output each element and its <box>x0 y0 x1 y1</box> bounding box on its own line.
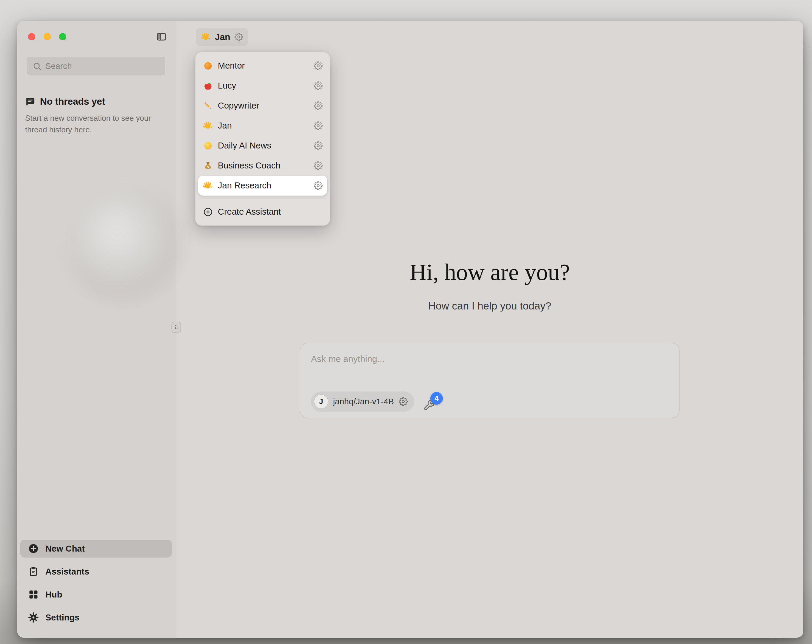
search-input[interactable]: Search <box>27 57 165 75</box>
gear-icon[interactable] <box>314 181 323 190</box>
plus-circle-outline-icon <box>203 207 213 217</box>
gear-icon[interactable] <box>314 121 323 130</box>
assistant-menu-item-jan-research[interactable]: Jan Research <box>198 176 327 196</box>
assistant-menu-item-mentor[interactable]: Mentor <box>198 56 327 76</box>
empty-state-title: No threads yet <box>40 96 105 107</box>
tools-count-badge: 4 <box>430 392 443 405</box>
assistant-settings-gear-icon[interactable] <box>235 33 243 41</box>
app-window: Search No threads yet Start a new conver… <box>17 21 803 638</box>
chat-input-placeholder: Ask me anything... <box>311 354 385 364</box>
nav-label: Assistants <box>45 567 89 577</box>
nav-label: Settings <box>45 613 79 623</box>
assistants-icon <box>28 566 39 577</box>
chat-input[interactable]: Ask me anything... J janhq/Jan-v1-4B 4 <box>300 343 679 418</box>
wave-emoji-icon <box>203 121 213 131</box>
background-glow <box>68 188 185 304</box>
menu-item-label: Jan Research <box>218 181 314 190</box>
nav-label: Hub <box>45 590 62 600</box>
model-selector-button[interactable]: J janhq/Jan-v1-4B <box>311 391 414 412</box>
gear-icon[interactable] <box>314 161 323 170</box>
greeting-title: Hi, how are you? <box>176 259 803 285</box>
create-assistant-label: Create Assistant <box>218 207 281 217</box>
sidebar-resize-handle[interactable] <box>172 322 181 332</box>
assistant-selector-button[interactable]: Jan <box>196 28 248 46</box>
drag-dots-icon <box>173 324 179 330</box>
menu-item-label: Business Coach <box>218 161 314 171</box>
model-settings-gear-icon[interactable] <box>399 397 408 406</box>
empty-threads-state: No threads yet Start a new conversation … <box>25 96 159 135</box>
search-icon <box>32 62 41 71</box>
gear-icon[interactable] <box>314 61 323 70</box>
assistant-menu-item-daily-ai-news[interactable]: Daily AI News <box>198 135 327 155</box>
nav-label: New Chat <box>45 544 85 554</box>
sidebar-toggle-button[interactable] <box>156 31 167 42</box>
desktop-background: Search No threads yet Start a new conver… <box>0 0 812 644</box>
assistant-menu: Mentor Lucy Copywriter Jan <box>195 52 330 226</box>
wave-emoji-icon <box>203 181 213 190</box>
yellow-circle-emoji-icon <box>203 141 213 151</box>
assistant-menu-item-jan[interactable]: Jan <box>198 116 327 135</box>
pencil-emoji-icon <box>203 101 213 111</box>
settings-gear-icon <box>28 612 39 623</box>
search-placeholder: Search <box>45 61 72 71</box>
model-name: janhq/Jan-v1-4B <box>333 397 394 406</box>
sidebar-nav: New Chat Assistants Hub Settings <box>20 534 172 626</box>
menu-item-label: Copywriter <box>218 101 314 111</box>
sidebar: Search No threads yet Start a new conver… <box>17 21 176 638</box>
moneybag-emoji-icon <box>203 161 213 171</box>
sidebar-panel-icon <box>156 31 167 42</box>
sidebar-item-hub[interactable]: Hub <box>20 586 172 603</box>
main-area: Jan Mentor Lucy Copywriter <box>176 21 803 638</box>
apple-emoji-icon <box>203 81 213 91</box>
gear-icon[interactable] <box>314 81 323 90</box>
welcome-section: Hi, how are you? How can I help you toda… <box>176 259 803 418</box>
minimize-window-button[interactable] <box>44 33 51 40</box>
menu-item-label: Lucy <box>218 81 314 91</box>
composer-toolbar: J janhq/Jan-v1-4B 4 <box>311 391 439 412</box>
chat-bubble-icon <box>25 97 35 107</box>
hub-icon <box>28 589 39 600</box>
orange-emoji-icon <box>203 61 213 71</box>
close-window-button[interactable] <box>28 33 35 40</box>
gear-icon[interactable] <box>314 101 323 110</box>
menu-item-label: Daily AI News <box>218 141 314 151</box>
menu-item-label: Mentor <box>218 61 314 71</box>
wave-emoji-icon <box>201 32 211 42</box>
sidebar-item-new-chat[interactable]: New Chat <box>20 540 172 557</box>
tools-button[interactable]: 4 <box>423 394 439 412</box>
model-avatar: J <box>314 394 328 409</box>
menu-item-label: Jan <box>218 121 314 131</box>
assistant-menu-item-lucy[interactable]: Lucy <box>198 76 327 96</box>
assistant-menu-item-copywriter[interactable]: Copywriter <box>198 96 327 116</box>
empty-state-description: Start a new conversation to see your thr… <box>25 113 159 135</box>
zoom-window-button[interactable] <box>59 33 66 40</box>
sidebar-item-settings[interactable]: Settings <box>20 609 172 626</box>
create-assistant-button[interactable]: Create Assistant <box>198 202 327 222</box>
assistant-name: Jan <box>215 32 230 42</box>
assistant-menu-item-business-coach[interactable]: Business Coach <box>198 155 327 176</box>
greeting-subtitle: How can I help you today? <box>176 300 803 312</box>
gear-icon[interactable] <box>314 141 323 150</box>
sidebar-item-assistants[interactable]: Assistants <box>20 563 172 580</box>
plus-circle-icon <box>28 543 39 554</box>
